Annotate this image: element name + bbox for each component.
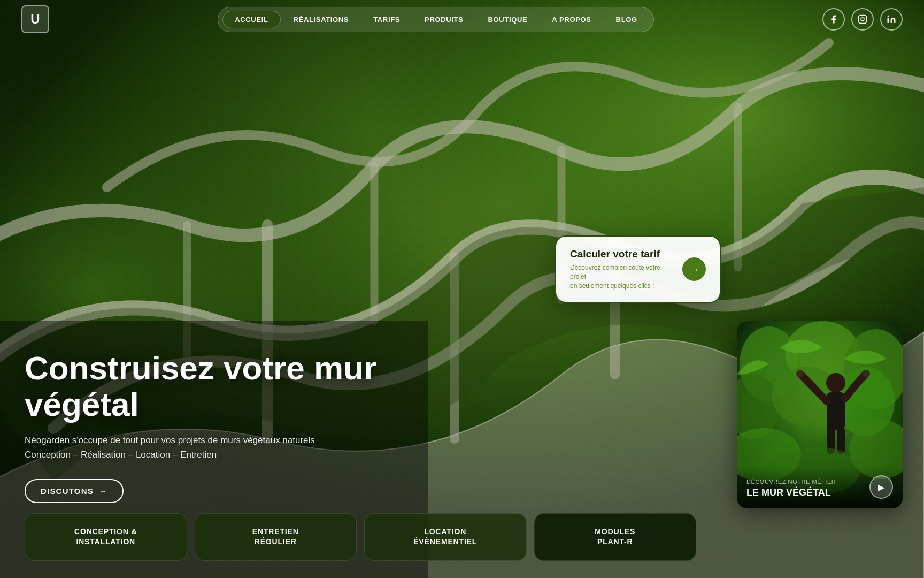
cta-arrow-icon: → xyxy=(99,486,107,496)
play-icon: ▶ xyxy=(878,482,884,492)
cta-label: DISCUTONS xyxy=(41,486,94,496)
header: U ACCUEIL RÉALISATIONS TARIFS PRODUITS B… xyxy=(0,0,924,39)
video-inner: Découvrez notre métier LE MUR VÉGÉTAL ▶ xyxy=(737,321,903,508)
logo-symbol: U xyxy=(30,13,40,26)
hero-subtitle-line2: Conception – Réalisation – Location – En… xyxy=(25,450,217,460)
hero-cta-button[interactable]: DISCUTONS → xyxy=(25,479,124,503)
logo[interactable]: U xyxy=(21,5,49,33)
pricing-title: Calculer votre tarif xyxy=(570,248,674,260)
facebook-icon[interactable] xyxy=(822,8,845,31)
svg-rect-6 xyxy=(859,16,867,24)
nav-item-apropos[interactable]: A PROPOS xyxy=(540,11,603,28)
nav-item-produits[interactable]: PRODUITS xyxy=(413,11,475,28)
svg-rect-22 xyxy=(837,427,845,454)
video-card[interactable]: Découvrez notre métier LE MUR VÉGÉTAL ▶ xyxy=(737,321,903,508)
social-icons xyxy=(822,8,903,31)
nav-item-accueil[interactable]: ACCUEIL xyxy=(222,11,280,28)
service-label-entretien: ENTRETIENRÉGULIER xyxy=(252,527,299,546)
svg-point-7 xyxy=(861,18,864,21)
instagram-icon[interactable] xyxy=(851,8,874,31)
hero-title: Construisez votre mur végétal xyxy=(25,350,410,423)
nav-item-tarifs[interactable]: TARIFS xyxy=(361,11,412,28)
pricing-card: Calculer votre tarif Découvrez combien c… xyxy=(555,235,721,303)
nav-item-blog[interactable]: BLOG xyxy=(604,11,649,28)
svg-point-9 xyxy=(888,16,889,17)
main-nav: ACCUEIL RÉALISATIONS TARIFS PRODUITS BOU… xyxy=(218,7,654,32)
video-label: Découvrez notre métier xyxy=(746,478,836,485)
hero-subtitle: Néogarden s'occupe de tout pour vos proj… xyxy=(25,433,410,462)
service-pill-location[interactable]: LOCATIONÉVÈNEMENTIEL xyxy=(364,513,527,561)
hero-content: Construisez votre mur végétal Néogarden … xyxy=(25,350,410,503)
nav-item-realisations[interactable]: RÉALISATIONS xyxy=(282,11,361,28)
service-pill-conception[interactable]: CONCEPTION &INSTALLATION xyxy=(25,513,187,561)
service-pill-modules[interactable]: MODULESPLANT-R xyxy=(534,513,697,561)
play-button[interactable]: ▶ xyxy=(869,475,893,499)
video-text: Découvrez notre métier LE MUR VÉGÉTAL xyxy=(746,478,836,499)
service-label-conception: CONCEPTION &INSTALLATION xyxy=(74,527,137,546)
service-pills: CONCEPTION &INSTALLATION ENTRETIENRÉGULI… xyxy=(0,513,721,561)
arrow-icon: → xyxy=(689,263,699,276)
service-label-location: LOCATIONÉVÈNEMENTIEL xyxy=(413,527,477,546)
hero-subtitle-line1: Néogarden s'occupe de tout pour vos proj… xyxy=(25,435,315,445)
video-title: LE MUR VÉGÉTAL xyxy=(746,487,836,499)
svg-point-19 xyxy=(796,370,804,377)
video-overlay: Découvrez notre métier LE MUR VÉGÉTAL ▶ xyxy=(737,467,903,508)
pricing-text: Calculer votre tarif Découvrez combien c… xyxy=(570,248,674,290)
pricing-description: Découvrez combien coûte votre projeten s… xyxy=(570,263,674,290)
nav-item-boutique[interactable]: BOUTIQUE xyxy=(476,11,539,28)
service-pill-entretien[interactable]: ENTRETIENRÉGULIER xyxy=(195,513,357,561)
linkedin-icon[interactable] xyxy=(880,8,903,31)
service-label-modules: MODULESPLANT-R xyxy=(595,527,635,546)
svg-point-17 xyxy=(826,373,845,392)
pricing-arrow-button[interactable]: → xyxy=(682,257,706,281)
svg-point-20 xyxy=(863,370,870,377)
svg-point-8 xyxy=(864,17,865,18)
